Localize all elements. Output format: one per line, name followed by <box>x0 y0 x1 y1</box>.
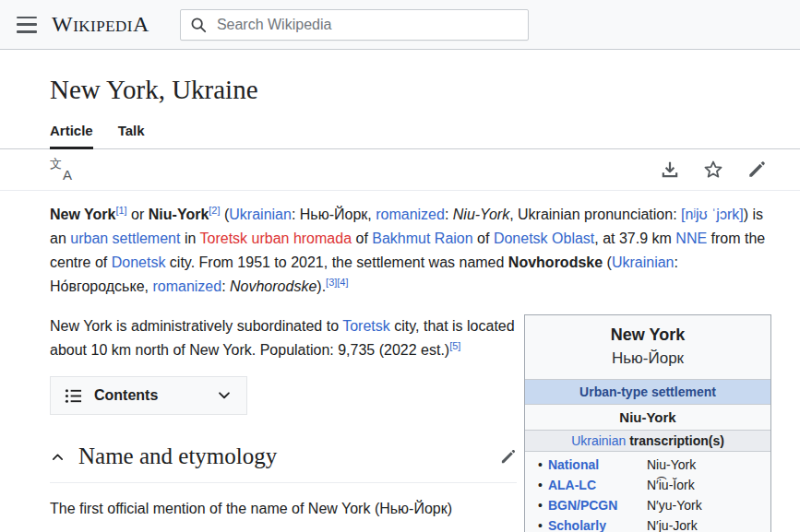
transcription-label-link[interactable]: National <box>548 455 599 474</box>
download-icon[interactable] <box>660 160 680 180</box>
transcription-rows: • National Niu-York • ALA-LC N′i͡u-Ĭork … <box>525 452 770 532</box>
text-link[interactable]: Toretsk <box>342 318 390 334</box>
bullet: • <box>538 476 543 494</box>
text-segment: , at 37.9 km <box>594 231 675 246</box>
transcription-header: Ukrainian transcription(s) <box>525 431 770 452</box>
infobox: New York Нью-Йорк Urban-type settlement … <box>524 314 771 532</box>
text-link[interactable]: romanized <box>376 207 445 222</box>
chevron-down-icon <box>216 387 233 404</box>
reference-link[interactable]: [5] <box>449 340 460 351</box>
text-segment: : <box>445 207 453 222</box>
transcription-row: • ALA-LC N′i͡u-Ĭork <box>525 475 770 495</box>
text-segment: ). <box>316 278 326 294</box>
tab-bar: Article Talk <box>50 123 771 149</box>
bullet: • <box>538 496 543 514</box>
transcription-value: N′ju-Jork <box>647 516 698 532</box>
text-segment: of <box>352 231 372 246</box>
text-link[interactable]: Ukrainian <box>229 207 292 222</box>
search-input[interactable] <box>215 16 519 34</box>
text-link[interactable]: Ukrainian <box>612 254 675 270</box>
transcription-row: • National Niu-York <box>525 455 770 475</box>
settlement-type-link[interactable]: Urban-type settlement <box>579 384 716 399</box>
text-segment: ( <box>221 207 230 222</box>
transcription-value: N′yu-York <box>647 496 702 514</box>
text-segment: in <box>180 231 199 246</box>
lead-paragraph-1: New York[1] or Niu-York[2] (Ukrainian: Н… <box>50 203 771 299</box>
text-segment: Niu-York <box>453 207 509 222</box>
reference-link[interactable]: [3][4] <box>326 277 348 288</box>
text-link[interactable]: Bakhmut Raion <box>372 231 472 246</box>
lead-paragraph-2: New York is administratively subordinate… <box>50 314 517 362</box>
bullet: • <box>538 516 543 532</box>
section-title: Name and etymology <box>78 443 277 469</box>
tab-article[interactable]: Article <box>50 123 93 149</box>
transcription-row: • BGN/PCGN N′yu-York <box>525 495 770 515</box>
text-segment: transcription(s) <box>626 433 724 448</box>
search-box[interactable] <box>180 9 529 41</box>
red-link[interactable]: Toretsk urban hromada <box>200 231 352 246</box>
infobox-settlement-type: Urban-type settlement <box>525 380 770 405</box>
language-switcher-icon[interactable]: 文A <box>50 159 74 181</box>
transcription-label-link[interactable]: Scholarly <box>548 516 606 532</box>
tab-talk[interactable]: Talk <box>118 123 145 149</box>
search-icon <box>190 17 207 33</box>
reference-link[interactable]: [2] <box>209 205 220 216</box>
section-paragraph: The first official mention of the name o… <box>50 497 517 521</box>
text-segment: Novhorodske <box>508 254 603 270</box>
infobox-native-name: Нью-Йорк <box>531 349 765 368</box>
edit-pencil-icon[interactable] <box>746 160 767 180</box>
article-toolbar: 文A <box>0 149 800 191</box>
text-link[interactable]: romanized <box>152 278 221 294</box>
text-link[interactable]: Donetsk <box>112 254 166 270</box>
text-segment: city. From 1951 to 2021, the settlement … <box>165 254 507 270</box>
page-title: New York, Ukraine <box>50 75 771 105</box>
text-segment: : Нью-Йорк, <box>292 207 376 222</box>
watchlist-star-icon[interactable] <box>703 160 723 180</box>
text-segment: New York is administratively subordinate… <box>50 318 342 334</box>
text-link[interactable]: [nʲjʊ ˈjɔrk] <box>681 207 744 222</box>
section-heading: Name and etymology <box>50 443 517 483</box>
top-bar: WikipediA <box>0 0 800 50</box>
text-segment: : <box>221 278 230 294</box>
contents-button[interactable]: Contents <box>50 376 247 415</box>
text-segment: New York <box>50 207 115 222</box>
text-link[interactable]: Donetsk Oblast <box>494 231 594 246</box>
transcription-label-link[interactable]: BGN/PCGN <box>548 496 617 514</box>
infobox-header: New York Нью-Йорк <box>525 315 770 380</box>
text-link[interactable]: Ukrainian <box>571 433 626 448</box>
list-icon <box>65 387 82 405</box>
menu-icon[interactable] <box>17 17 37 33</box>
reference-link[interactable]: [1] <box>115 205 126 216</box>
text-link[interactable]: NNE <box>675 231 707 246</box>
transcription-value: Niu-York <box>647 455 696 474</box>
text-segment: Novhorodske <box>230 278 316 294</box>
section-edit-pencil-icon[interactable] <box>499 448 517 466</box>
text-segment: Niu-York <box>149 207 209 222</box>
text-segment: or <box>127 207 149 222</box>
text-link[interactable]: urban settlement <box>70 231 180 246</box>
transcription-row: • Scholarly N′ju-Jork <box>525 515 770 532</box>
transcription-label-link[interactable]: ALA-LC <box>548 476 596 494</box>
bullet: • <box>538 455 543 474</box>
collapse-chevron-up-icon[interactable] <box>50 449 66 465</box>
text-segment: of <box>473 231 494 246</box>
infobox-latin-name: Niu-York <box>525 405 770 431</box>
text-segment: , Ukrainian pronunciation: <box>509 207 681 222</box>
transcription-value: N′i͡u-Ĭork <box>647 476 695 494</box>
contents-label: Contents <box>94 387 158 404</box>
infobox-title: New York <box>531 325 765 345</box>
wikipedia-logo[interactable]: WikipediA <box>52 12 149 37</box>
text-segment: ( <box>603 254 612 270</box>
